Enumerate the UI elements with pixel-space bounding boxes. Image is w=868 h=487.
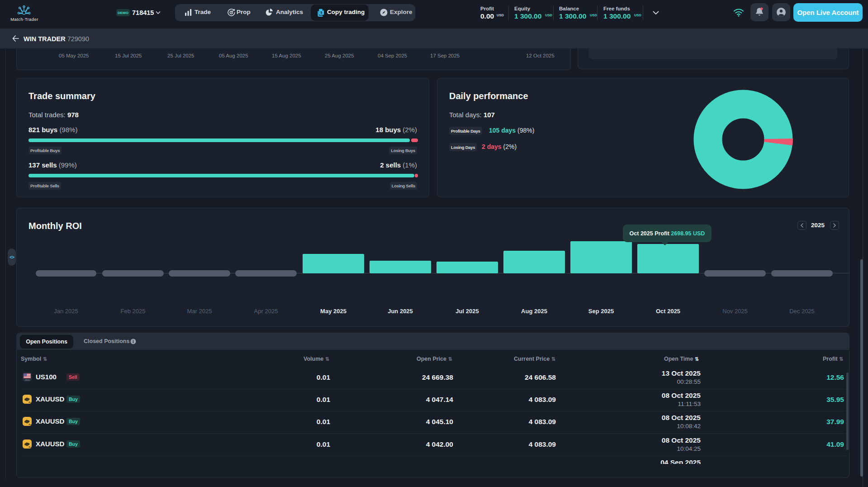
- svg-text:Au: Au: [28, 446, 31, 448]
- svg-text:Au: Au: [28, 423, 31, 425]
- svg-text:$: $: [320, 10, 323, 14]
- svg-text:Au: Au: [28, 401, 31, 403]
- svg-text:US100: US100: [25, 379, 30, 381]
